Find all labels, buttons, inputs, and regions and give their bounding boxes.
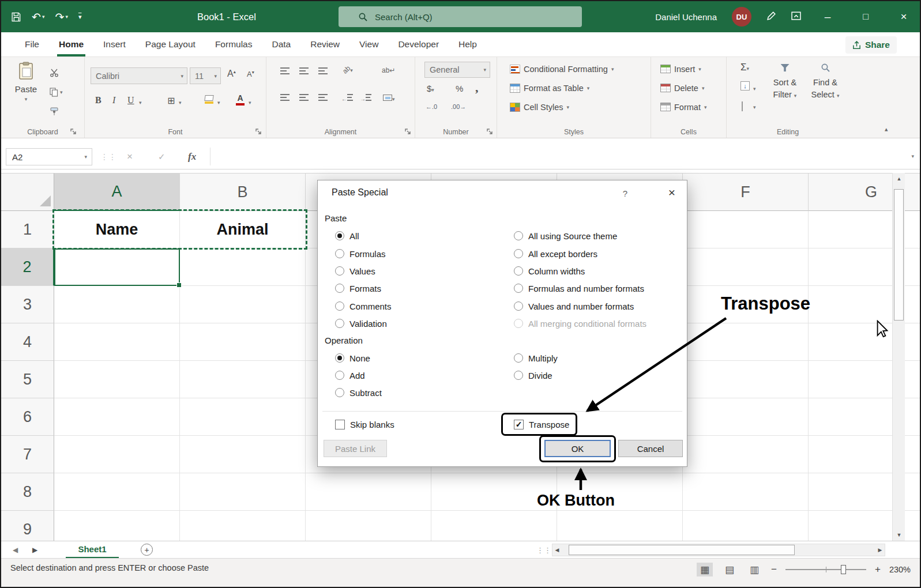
cell-B5[interactable] <box>180 361 306 398</box>
radio-icon <box>514 266 523 276</box>
cell-B7[interactable] <box>180 436 306 473</box>
scroll-right-button[interactable]: ▶ <box>875 547 885 553</box>
cell-A8[interactable] <box>54 473 180 511</box>
radio-all-using-source-theme[interactable]: All using Source theme <box>514 229 617 242</box>
status-message: Select destination and press ENTER or ch… <box>10 563 209 572</box>
scroll-up-button[interactable]: ▲ <box>893 173 905 184</box>
cell-F1[interactable] <box>683 211 809 248</box>
radio-icon <box>514 319 523 328</box>
radio-multiply[interactable]: Multiply <box>514 352 558 364</box>
radio-none[interactable]: None <box>335 352 370 364</box>
cell-A5[interactable] <box>54 361 180 398</box>
select-all-corner[interactable] <box>1 173 54 211</box>
radio-add[interactable]: Add <box>335 369 365 382</box>
dialog-title: Paste Special <box>332 187 388 198</box>
row-header-2[interactable]: 2 <box>1 248 54 286</box>
cell-B6[interactable] <box>180 398 306 436</box>
radio-all[interactable]: All <box>335 229 359 242</box>
cell-B4[interactable] <box>180 323 306 361</box>
radio-subtract[interactable]: Subtract <box>335 386 382 399</box>
cell-F6[interactable] <box>683 398 809 436</box>
row-header-1[interactable]: 1 <box>1 211 54 248</box>
status-bar-controls: ▦ ▤ ▥ − + 230% <box>697 561 911 578</box>
dialog-close-button[interactable]: × <box>659 184 685 201</box>
checkbox-icon <box>335 420 345 429</box>
cell-F8[interactable] <box>683 473 809 511</box>
page-layout-view-button[interactable]: ▤ <box>721 563 738 576</box>
radio-all-except-borders[interactable]: All except borders <box>514 247 597 260</box>
radio-comments[interactable]: Comments <box>335 300 392 312</box>
sheet-tab-bar: ◀ ▶ Sheet1 + ⋮⋮ ◀ ▶ <box>1 541 920 558</box>
cell-F7[interactable] <box>683 436 809 473</box>
row-header-4[interactable]: 4 <box>1 323 54 361</box>
cell-B2[interactable] <box>180 248 306 286</box>
normal-view-button[interactable]: ▦ <box>697 563 713 576</box>
radio-icon <box>335 249 344 258</box>
cell-A7[interactable] <box>54 436 180 473</box>
column-header-F[interactable]: F <box>683 173 809 211</box>
vertical-scroll-thumb[interactable] <box>894 189 904 321</box>
radio-formulas[interactable]: Formulas <box>335 247 386 260</box>
status-bar: Select destination and press ENTER or ch… <box>1 558 920 587</box>
row-header-3[interactable]: 3 <box>1 286 54 323</box>
cell-B3[interactable] <box>180 286 306 323</box>
page-break-view-button[interactable]: ▥ <box>746 563 762 576</box>
fill-handle[interactable] <box>176 282 182 288</box>
cell-C8[interactable] <box>306 473 431 511</box>
radio-icon <box>514 353 523 363</box>
cell-A6[interactable] <box>54 398 180 436</box>
radio-values-number-formats[interactable]: Values and number formats <box>514 300 634 312</box>
dialog-help-button[interactable]: ? <box>615 185 636 201</box>
radio-values[interactable]: Values <box>335 265 375 277</box>
radio-formulas-number-formats[interactable]: Formulas and number formats <box>514 282 644 295</box>
radio-validation[interactable]: Validation <box>335 317 387 330</box>
radio-icon <box>514 284 523 293</box>
radio-icon <box>514 301 523 311</box>
cell-B8[interactable] <box>180 473 306 511</box>
radio-icon <box>514 231 523 240</box>
next-sheet-button[interactable]: ▶ <box>32 541 37 559</box>
add-sheet-button[interactable]: + <box>141 544 153 556</box>
paste-link-button: Paste Link <box>324 440 387 457</box>
radio-formats[interactable]: Formats <box>335 282 381 295</box>
horizontal-scroll-thumb[interactable] <box>569 545 795 555</box>
radio-divide[interactable]: Divide <box>514 369 552 382</box>
skip-blanks-checkbox[interactable]: Skip blanks <box>335 418 394 431</box>
zoom-in-button[interactable]: + <box>875 564 881 575</box>
scroll-down-button[interactable]: ▼ <box>893 529 905 541</box>
row-header-6[interactable]: 6 <box>1 398 54 436</box>
operation-section-label: Operation <box>325 336 363 345</box>
zoom-level[interactable]: 230% <box>889 565 911 574</box>
zoom-slider[interactable] <box>785 564 866 575</box>
ok-annotation-label: OK Button <box>537 492 615 510</box>
cell-F4[interactable] <box>683 323 809 361</box>
cell-A3[interactable] <box>54 286 180 323</box>
copy-range-marching-ants <box>52 209 307 250</box>
radio-icon <box>335 388 344 397</box>
radio-icon <box>335 319 344 328</box>
cancel-button[interactable]: Cancel <box>618 440 683 457</box>
radio-icon <box>335 301 344 311</box>
row-header-8[interactable]: 8 <box>1 473 54 511</box>
horizontal-scrollbar[interactable]: ◀ ▶ <box>552 544 885 556</box>
radio-icon <box>514 249 523 258</box>
zoom-out-button[interactable]: − <box>771 564 777 575</box>
mouse-cursor <box>875 320 889 341</box>
radio-icon <box>335 353 344 363</box>
radio-icon <box>335 266 344 276</box>
column-header-A[interactable]: A <box>54 173 180 211</box>
cell-A4[interactable] <box>54 323 180 361</box>
vertical-scrollbar[interactable]: ▲ ▼ <box>892 173 905 541</box>
cell-F2[interactable] <box>683 248 809 286</box>
cell-F5[interactable] <box>683 361 809 398</box>
row-header-7[interactable]: 7 <box>1 436 54 473</box>
radio-icon <box>335 371 344 380</box>
row-header-5[interactable]: 5 <box>1 361 54 398</box>
zoom-slider-thumb[interactable] <box>841 565 846 574</box>
column-header-B[interactable]: B <box>180 173 306 211</box>
prev-sheet-button[interactable]: ◀ <box>13 541 18 559</box>
sheet-tab-sheet1[interactable]: Sheet1 <box>66 541 119 559</box>
transpose-annotation-ring <box>501 413 577 436</box>
radio-column-widths[interactable]: Column widths <box>514 265 585 277</box>
scroll-left-button[interactable]: ◀ <box>552 547 562 553</box>
